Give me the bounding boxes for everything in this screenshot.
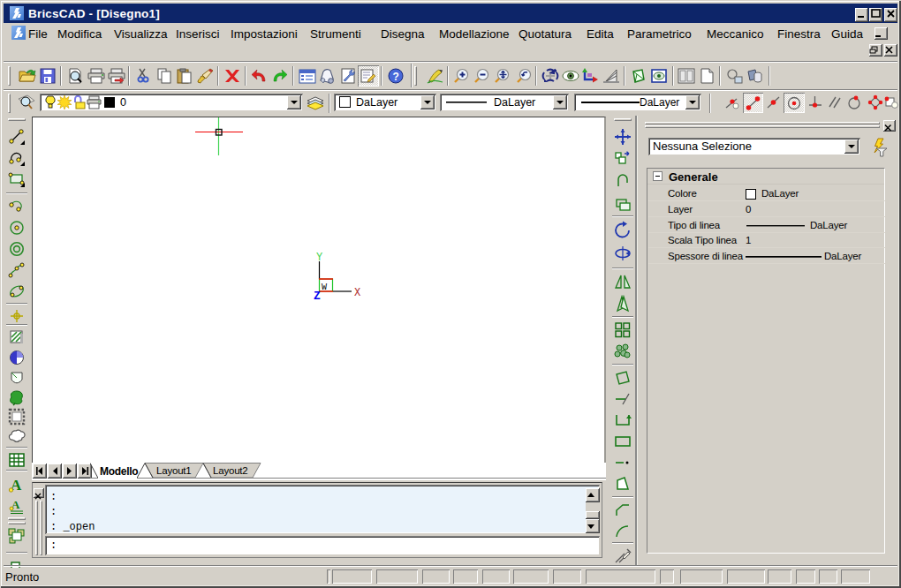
svg-text:Layout2: Layout2 — [213, 465, 248, 476]
svg-text:Z: Z — [314, 290, 321, 303]
svg-text:X: X — [354, 287, 360, 299]
svg-text:?: ? — [393, 71, 399, 83]
svg-text:Modello: Modello — [100, 465, 138, 478]
svg-text:W: W — [322, 283, 327, 292]
svg-text:Layout1: Layout1 — [156, 465, 192, 476]
